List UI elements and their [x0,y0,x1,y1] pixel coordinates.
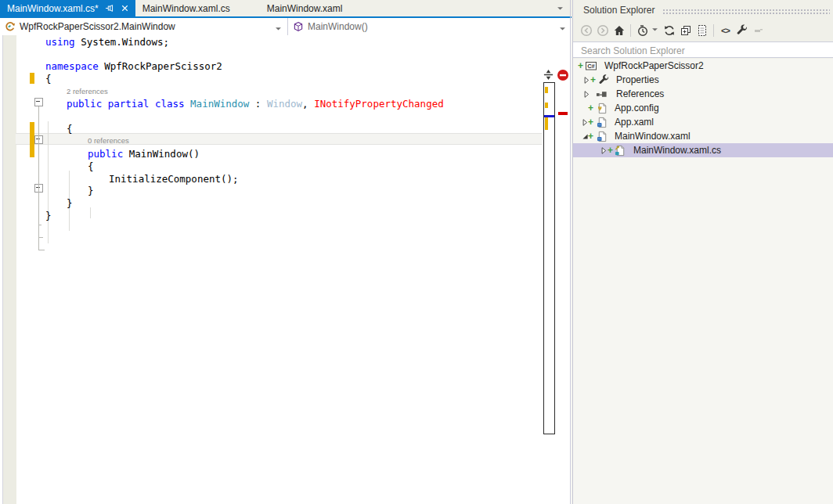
outline-margin-tick [38,225,41,225]
back-button [579,23,593,38]
search-box [573,41,833,58]
home-button[interactable] [611,23,626,38]
scrollbar-caret-mark [544,115,554,117]
tree-item-label: MainWindow.xaml [615,131,691,142]
pending-add-icon: + [590,73,596,87]
cs-file-icon [615,143,626,157]
tab-label: MainWindow.xaml [267,3,343,14]
search-input[interactable] [579,43,817,58]
vertical-scrollbar[interactable] [543,82,555,434]
tree-item-label-cell: WpfRockPaperScissor2 [604,59,704,73]
member-dropdown[interactable]: MainWindow() [288,18,572,35]
tab-mainwindow.xaml[interactable]: MainWindow.xaml [260,0,373,16]
toolbar-separator [630,24,631,37]
tab-mainwindow.xaml.cs[interactable]: MainWindow.xaml.cs* [0,0,135,16]
tree-item-label-cell: App.xaml [615,115,654,129]
collapse-all-button[interactable] [678,23,693,38]
change-tracking-bar [30,122,34,157]
tree-item-references[interactable]: References [573,87,833,101]
fold-collapse-box[interactable] [34,98,43,106]
tree-item-label: MainWindow.xaml.cs [633,145,721,156]
wrench-icon [598,73,610,87]
code-line[interactable]: using System.Windows; [45,36,444,49]
config-file-icon [597,101,608,115]
outline-margin-line [38,106,39,250]
scrollbar-change-mark [545,87,548,93]
code-line[interactable]: { [45,123,444,135]
refresh-button[interactable] [662,23,676,38]
class-icon [5,21,16,32]
code-line[interactable] [45,49,444,61]
tree-item-label-cell: App.config [615,101,659,115]
tree-item-wpfrockpaperscissor2[interactable]: +C#WpfRockPaperScissor2 [573,59,833,73]
tree-item-mainwindow.xaml[interactable]: +MainWindow.xaml [573,129,833,143]
tab-list-dropdown[interactable] [556,4,565,13]
tree-item-properties[interactable]: +Properties [573,73,833,87]
code-line[interactable]: } [45,185,444,197]
tree-item-app.xaml[interactable]: +App.xaml [573,115,833,129]
solution-explorer-toolbar: <> [578,20,766,41]
code-text: using System.Windows;namespace WpfRockPa… [45,36,444,221]
csharp-project-icon: C# [585,59,597,73]
code-editor[interactable]: using System.Windows;namespace WpfRockPa… [0,35,572,504]
tree-item-label-cell: MainWindow.xaml.cs [633,143,721,157]
tab-label: MainWindow.xaml.cs* [7,3,99,14]
codelens-line: 0 references [45,135,444,149]
method-icon [293,21,304,32]
forward-button [595,23,610,38]
solution-explorer-titlebar[interactable]: Solution Explorer [573,0,833,20]
properties-wrench-button[interactable] [734,23,749,38]
tree-item-label-cell: References [616,87,664,101]
tree-item-label-cell: MainWindow.xaml [615,129,691,143]
scrollbar-change-mark [545,117,548,130]
svg-text:C#: C# [587,63,595,70]
code-line[interactable]: namespace WpfRockPaperScissor2 [45,60,444,73]
outline-margin-tick [38,237,43,238]
vs-window: MainWindow.xaml.cs*MainWindow.xaml.csMai… [0,0,833,504]
tree-item-label: WpfRockPaperScissor2 [604,60,704,71]
scrollbar-error-mark [558,112,568,115]
error-indicator-icon [557,69,569,84]
code-line[interactable]: public MainWindow() [45,148,444,160]
expander-collapsed-icon[interactable] [582,87,591,101]
pending-add-icon: + [588,101,593,115]
outline-margin-tick [38,250,45,250]
tree-item-label: References [616,88,664,99]
pending-add-icon: + [578,59,583,73]
code-line[interactable]: { [45,73,444,85]
type-dropdown-value: WpfRockPaperScissor2.MainWindow [20,21,175,32]
tree-item-mainwindow.xaml.cs[interactable]: +MainWindow.xaml.cs [573,143,833,157]
pending-add-icon: + [588,129,593,143]
chevron-down-icon [558,24,567,35]
type-dropdown[interactable]: WpfRockPaperScissor2.MainWindow [0,18,288,35]
history-button[interactable] [635,23,650,38]
code-line[interactable]: } [45,197,444,210]
code-line[interactable]: public partial class MainWindow : Window… [45,98,444,110]
tree-item-label: App.config [615,103,659,113]
code-line[interactable]: } [45,210,444,222]
code-line[interactable]: { [45,160,444,173]
scrollbar-change-mark [545,103,548,108]
toolbar-separator [713,24,714,37]
chevron-down-icon[interactable] [651,25,659,36]
indicator-margin [2,35,16,504]
xaml-file-icon [597,129,608,143]
show-all-files-button[interactable] [694,23,709,38]
code-line[interactable] [45,110,444,123]
references-icon [596,87,608,101]
pending-add-icon: + [588,115,593,129]
split-editor-handle[interactable] [543,69,554,83]
editor-navigation-bar: WpfRockPaperScissor2.MainWindow MainWind… [0,18,572,36]
tree-item-app.config[interactable]: +App.config [573,101,833,115]
close-icon[interactable] [120,3,130,13]
code-line[interactable]: InitializeComponent(); [45,173,444,185]
view-code-button[interactable]: <> [718,23,733,38]
tab-label: MainWindow.xaml.cs [142,3,230,14]
panel-separator[interactable] [570,0,571,504]
pending-add-icon: + [608,143,613,157]
editor-group: MainWindow.xaml.cs*MainWindow.xaml.csMai… [0,0,572,504]
member-dropdown-value: MainWindow() [308,21,368,32]
pin-icon[interactable] [104,3,114,13]
change-tracking-bar [30,73,34,84]
tab-mainwindow.xaml.cs[interactable]: MainWindow.xaml.cs [135,0,260,16]
